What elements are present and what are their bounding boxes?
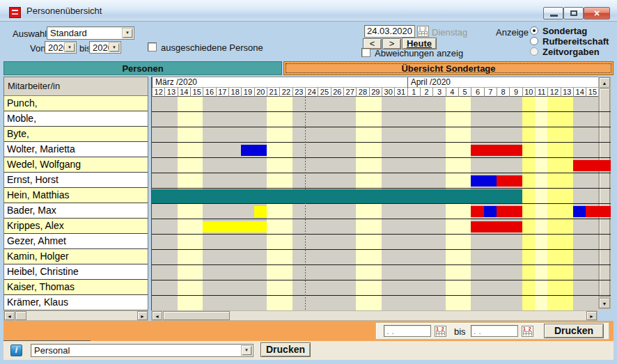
radio-rufbereitschaft[interactable]	[530, 37, 538, 45]
scroll-right-icon[interactable]: ►	[586, 311, 597, 320]
sondertag-bar-yellow[interactable]	[254, 206, 267, 217]
employee-row[interactable]: Krippes, Alex	[4, 219, 148, 234]
employee-row[interactable]: Kaiser, Thomas	[4, 280, 148, 295]
grid-row[interactable]	[152, 158, 611, 173]
day-header-cell: 12	[152, 88, 164, 97]
calendar-grid[interactable]: März /2020April /2020 121314151617181920…	[151, 77, 611, 310]
employee-row[interactable]: Heibel, Christine	[4, 264, 148, 280]
sondertag-bar-blue[interactable]	[241, 145, 267, 156]
day-header-cell: 3	[432, 88, 445, 97]
sondertag-bar-blue[interactable]	[471, 175, 497, 187]
chevron-down-icon[interactable]: ▼	[241, 345, 252, 356]
employee-row[interactable]: Byte,	[4, 127, 148, 142]
calendar-icon[interactable]: 1 2	[522, 326, 533, 337]
employee-row[interactable]: Krämer, Klaus	[4, 295, 148, 310]
auswahl-value: Standard	[50, 28, 87, 38]
chevron-down-icon[interactable]: ▼	[109, 42, 120, 52]
grid-hscrollbar[interactable]: ◄ ►	[151, 310, 598, 321]
day-header-cell: 27	[343, 88, 356, 97]
von-combobox[interactable]: 2020 ▼	[45, 41, 77, 54]
calendar-icon[interactable]: 1 2	[435, 326, 446, 337]
date-field[interactable]: 24.03.2020	[364, 25, 415, 38]
scroll-right-icon[interactable]: ►	[137, 311, 148, 320]
tab-personen[interactable]: Personen	[3, 61, 282, 75]
month-label: April /2020	[407, 77, 611, 88]
print-range-drucken-button[interactable]: Drucken	[544, 324, 604, 338]
employee-list: Punch,Moble,Byte,Wolter, MariettaWedel, …	[3, 96, 148, 310]
close-icon: ×	[594, 8, 600, 19]
drucken-button[interactable]: Drucken	[260, 342, 311, 357]
employee-row[interactable]: Punch,	[4, 96, 148, 111]
sondertag-bar-red[interactable]	[471, 221, 522, 232]
day-header-cell: 11	[535, 88, 547, 97]
employee-row[interactable]: Gezer, Ahmet	[4, 234, 148, 249]
sondertag-bar-red[interactable]	[497, 206, 522, 217]
info-icon[interactable]: i	[10, 345, 22, 356]
von-label: Von	[30, 43, 45, 54]
grid-row[interactable]	[152, 250, 611, 265]
grid-row[interactable]	[152, 173, 611, 189]
grid-body[interactable]	[152, 97, 611, 310]
employee-row[interactable]: Wedel, Wolfgang	[4, 157, 148, 173]
sondertag-bar-teal[interactable]	[152, 189, 522, 203]
radio-sondertag[interactable]	[530, 26, 538, 35]
day-header-cell: 8	[497, 88, 509, 97]
print-to-date-field[interactable]: . .	[471, 325, 518, 337]
sondertag-bar-red[interactable]	[573, 160, 611, 171]
grid-row[interactable]	[152, 265, 611, 280]
sondertag-bar-red[interactable]	[471, 206, 483, 217]
personal-combobox[interactable]: Personal ▼	[31, 344, 253, 357]
print-bis-label: bis	[454, 326, 466, 337]
radio-zeitvorgaben-label: Zeitvorgaben	[542, 47, 600, 57]
scrollbar-thumb[interactable]	[15, 311, 26, 320]
grid-row[interactable]	[152, 235, 611, 250]
grid-row[interactable]	[152, 204, 611, 219]
scroll-left-icon[interactable]: ◄	[4, 311, 15, 320]
sondertag-bar-yellow[interactable]	[203, 221, 267, 232]
employee-list-hscrollbar[interactable]: ◄ ►	[3, 310, 148, 321]
employee-row[interactable]: Hein, Matthias	[4, 188, 148, 203]
day-header-cell: 25	[318, 88, 330, 97]
title-bar[interactable]: Personenübersicht ×	[0, 0, 617, 22]
employee-row[interactable]: Ernst, Horst	[4, 173, 148, 188]
abweichungen-checkbox[interactable]	[361, 48, 370, 57]
close-button[interactable]: ×	[584, 7, 610, 19]
day-header-cell: 22	[279, 88, 292, 97]
employee-row[interactable]: Kamin, Holger	[4, 249, 148, 264]
auswahl-combobox[interactable]: Standard ▼	[47, 26, 134, 40]
maximize-button[interactable]	[563, 7, 584, 19]
radio-zeitvorgaben[interactable]	[530, 47, 538, 56]
scrollbar-thumb[interactable]	[163, 311, 230, 320]
grid-row[interactable]	[152, 97, 611, 112]
day-header-cell: 1	[407, 88, 420, 97]
employee-row[interactable]: Bader, Max	[4, 203, 148, 219]
bis-combobox[interactable]: 2020 ▼	[89, 41, 121, 54]
employee-row[interactable]: Wolter, Marietta	[4, 142, 148, 157]
minimize-button[interactable]	[543, 7, 563, 19]
sondertag-bar-blue[interactable]	[573, 206, 586, 217]
print-from-date-field[interactable]: . .	[384, 325, 431, 337]
ausgeschiedene-label: ausgeschiedene Persone	[161, 42, 263, 53]
day-header-cell: 5	[458, 88, 471, 97]
chevron-down-icon[interactable]: ▼	[64, 42, 75, 52]
scroll-left-icon[interactable]: ◄	[152, 311, 162, 320]
grid-row[interactable]	[152, 127, 611, 143]
auswahl-label: Auswahl	[13, 29, 47, 39]
sondertag-bar-red[interactable]	[471, 145, 522, 156]
tab-uebersicht-sondertage[interactable]: Übersicht Sondertage	[283, 61, 614, 75]
ausgeschiedene-checkbox[interactable]	[148, 42, 157, 52]
day-header-cell: 20	[254, 88, 267, 97]
grid-row[interactable]	[152, 112, 611, 127]
sondertag-bar-red[interactable]	[497, 175, 522, 187]
grid-row[interactable]	[152, 296, 611, 310]
chevron-down-icon[interactable]: ▼	[122, 28, 133, 38]
sondertag-bar-blue[interactable]	[484, 206, 497, 217]
day-header-cell: 19	[241, 88, 253, 97]
personenuebersicht-window: Personenübersicht × Auswahl Standard ▼ 2…	[0, 0, 617, 364]
day-header-cell: 9	[509, 88, 522, 97]
employee-row[interactable]: Moble,	[4, 111, 148, 127]
grid-row[interactable]	[152, 280, 611, 296]
sondertag-bar-red[interactable]	[586, 206, 611, 217]
grid-row[interactable]	[152, 143, 611, 158]
scroll-up-icon[interactable]: ▲	[599, 77, 610, 88]
